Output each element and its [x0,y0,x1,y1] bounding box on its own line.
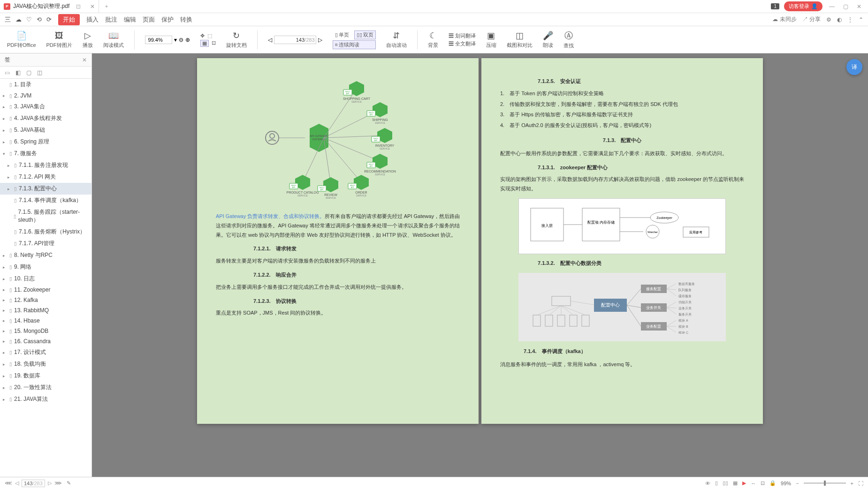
auto-scroll-button[interactable]: ⇵自动滚动 [386,30,407,49]
tab-convert[interactable]: 转换 [180,15,192,24]
tab-pin-icon[interactable]: ⊡ [76,3,81,10]
outline-item[interactable]: ▸▯20. 一致性算法 [0,382,91,393]
first-page-icon[interactable]: ⋘ [5,480,12,486]
tab-start[interactable]: 开始 [58,14,80,25]
document-view[interactable]: 译 API GATEWAY GATEWAY [92,53,868,477]
outline-item[interactable]: ▸▯13. RabbitMQ [0,305,91,316]
outline-item[interactable]: ▸▯19. 数据库 [0,370,91,382]
view-grid-icon[interactable]: ▦ [733,480,738,486]
guest-login-button[interactable]: 访客登录 👤 [784,1,822,11]
outline-item[interactable]: ▸▯6. Spring 原理 [0,136,91,148]
pdf-to-image-button[interactable]: 🖼PDF转图片 [46,31,72,49]
single-page-button[interactable]: ▯ 单页 [333,30,351,39]
hand-tool-icon[interactable]: ✥ [200,33,205,39]
outline-item[interactable]: ▯7.1.7. API管理 [0,238,91,249]
outline-item[interactable]: ▸▯4. JAVA多线程并发 [0,113,91,124]
fit-width-icon[interactable]: ↔ [751,481,756,486]
outline-item[interactable]: ▸▯8. Netty 与RPC [0,249,91,261]
rotate-button[interactable]: ↻旋转文档 [226,30,247,49]
new-tab-button[interactable]: ＋ [99,2,114,10]
outline-icon[interactable]: ◧ [15,69,21,76]
minimize-button[interactable]: — [827,3,837,10]
background-button[interactable]: ☾背景 [428,30,438,49]
tab-page[interactable]: 页面 [143,15,155,24]
zoom-dropdown-icon[interactable]: ▾ [174,37,177,43]
outline-item[interactable]: ▸▯10. 日志 [0,273,91,285]
word-translate-button[interactable]: ☰ 划词翻译 [449,32,476,39]
thumbnail-icon[interactable]: ▭ [5,69,10,76]
play-button[interactable]: ▷播放 [83,30,93,49]
page-input[interactable]: 143/283 [274,36,316,44]
continuous-button[interactable]: ≡ 连续阅读 [333,40,376,49]
last-page-icon[interactable]: ⋙ [54,480,62,486]
prev-page-icon[interactable]: ◁ [15,480,19,486]
document-tab[interactable]: P JAVA核心知识整理.pdf ⊡ ✕ [0,0,99,13]
select-tool-icon[interactable]: ⬚ [207,33,212,39]
more-icon[interactable]: ⋮ [847,16,853,23]
view-double-icon[interactable]: ▯▯ [723,480,728,486]
share-button[interactable]: ↗ 分享 [802,15,821,23]
notification-badge[interactable]: 1 [771,3,779,9]
outline-item[interactable]: ▸▯18. 负载均衡 [0,358,91,370]
full-translate-button[interactable]: ☰ 全文翻译 [449,40,476,47]
outline-item[interactable]: ▸▯15. MongoDB [0,326,91,336]
outline-item[interactable]: ▸▯17. 设计模式 [0,346,91,358]
outline-item[interactable]: ▸▯21. JAVA算法 [0,393,91,405]
tab-edit[interactable]: 编辑 [124,15,136,24]
undo-button[interactable]: ⟲ [37,16,42,23]
outline-item[interactable]: ▸▯7.1.1. 服务注册发现 [0,159,91,171]
menu-button[interactable]: 三 [5,15,11,24]
zoom-out-status-icon[interactable]: − [796,481,799,486]
fit-page-icon[interactable]: ⊡ [761,480,765,486]
outline-item[interactable]: ▾▯7. 微服务 [0,148,91,159]
fullscreen-icon[interactable]: ⛶ [858,481,863,486]
float-translate-button[interactable]: 译 [846,59,862,75]
zoom-out-icon[interactable]: ⊖ [179,37,183,43]
zoom-input[interactable]: 99.4% [145,36,172,44]
outline-item[interactable]: ▯7.1.4. 事件调度（kafka） [0,195,91,206]
outline-item[interactable]: ▸▯7.1.3. 配置中心 [0,183,91,195]
outline-item[interactable]: ▸▯14. Hbase [0,316,91,326]
collapse-icon[interactable]: ⌃ [859,16,863,23]
skin-icon[interactable]: ◐ [837,16,842,23]
outline-item[interactable]: ▸▯7.1.2. API 网关 [0,171,91,183]
next-page-icon[interactable]: ▷ [318,37,322,43]
outline-item[interactable]: ▯7.1.6. 服务熔断（Hystrix） [0,226,91,238]
next-page-icon[interactable]: ▷ [48,480,52,486]
bookmark-icon[interactable]: ▢ [26,69,31,76]
play-status-icon[interactable]: ▶ [742,480,746,486]
double-page-button[interactable]: ▯▯ 双页 [354,30,376,39]
zoom-in-icon[interactable]: ⊕ [185,37,190,43]
area-tool-icon[interactable]: ▦ [200,40,209,47]
outline-item[interactable]: ▸▯16. Cassandra [0,336,91,346]
outline-item[interactable]: ▸▯12. Kafka [0,295,91,305]
annotation-icon[interactable]: ✎ [67,480,71,486]
settings-icon[interactable]: ⚙ [826,16,831,23]
outline-item[interactable]: ▸▯3. JAVA集合 [0,101,91,113]
panel-close-icon[interactable]: ✕ [82,57,87,63]
zoom-in-status-icon[interactable]: + [851,481,853,486]
outline-item[interactable]: ▸▯9. 网络 [0,261,91,273]
read-mode-button[interactable]: 📖阅读模式 [103,30,124,49]
compare-button[interactable]: ◫截图和对比 [507,30,533,49]
zoom-slider[interactable] [804,482,846,484]
unsync-label[interactable]: ☁ 未同步 [772,15,796,23]
view-single-icon[interactable]: ▯ [715,480,718,486]
eye-icon[interactable]: 👁 [705,481,710,486]
compress-button[interactable]: ▣压缩 [486,30,496,49]
favorite-button[interactable]: ♡ [26,16,32,23]
fit-tool-icon[interactable]: ⊡ [212,40,216,47]
redo-button[interactable]: ⟳ [46,16,52,23]
attachment-icon[interactable]: ◫ [37,69,42,76]
lock-icon[interactable]: 🔒 [769,480,776,486]
cloud-button[interactable]: ☁ [15,16,22,23]
outline-item[interactable]: ▯7.1.5. 服务跟踪（starter-sleuth） [0,206,91,226]
prev-page-icon[interactable]: ◁ [268,37,272,43]
outline-item[interactable]: ▸▯5. JAVA基础 [0,124,91,136]
read-aloud-button[interactable]: 🎤朗读 [543,30,553,49]
tab-annotate[interactable]: 批注 [105,15,117,24]
find-button[interactable]: Ⓐ查找 [563,30,574,49]
tab-close-icon[interactable]: ✕ [90,3,95,10]
outline-item[interactable]: ▯1. 目录 [0,79,91,90]
maximize-button[interactable]: ▢ [841,3,850,10]
